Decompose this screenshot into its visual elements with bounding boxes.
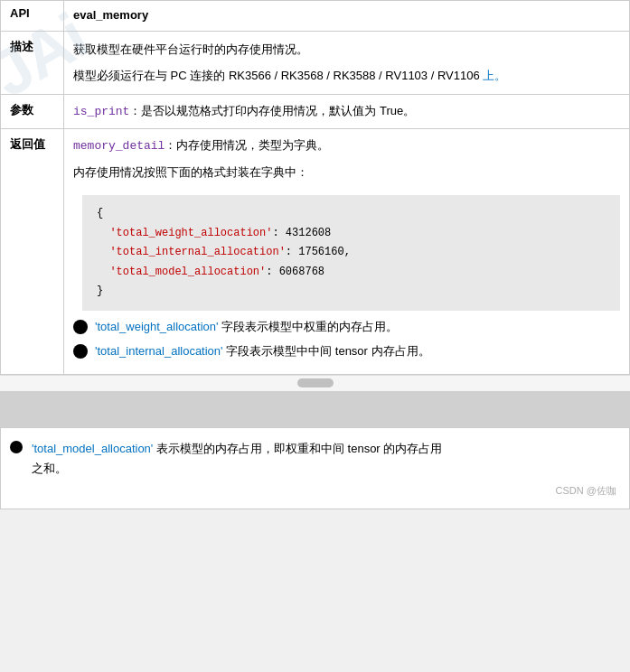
bottom-str: 'total_model_allocation' xyxy=(32,442,153,455)
desc-line2-text: 模型必须运行在与 PC 连接的 RK3566 / RK3568 / RK3588… xyxy=(73,69,483,82)
bullet-item-1: 'total_weight_allocation' 字段表示模型中权重的内存占用… xyxy=(73,318,620,337)
param-desc: 是否以规范格式打印内存使用情况，默认值为 True。 xyxy=(141,104,415,117)
return-desc: 内存使用情况，类型为字典。 xyxy=(176,138,329,152)
param-name: is_print xyxy=(73,105,129,118)
return-name: memory_detail xyxy=(73,139,165,153)
code-line-5: } xyxy=(97,282,606,302)
return-colon: ： xyxy=(165,138,176,152)
return-content: memory_detail：内存使用情况，类型为字典。 内存使用情况按照下面的格… xyxy=(64,129,630,374)
param-content: is_print：是否以规范格式打印内存使用情况，默认值为 True。 xyxy=(64,94,630,129)
code-block: { 'total_weight_allocation': 4312608 'to… xyxy=(82,195,620,311)
code-line-2: 'total_weight_allocation': 4312608 xyxy=(97,224,606,244)
bottom-bullet-dot xyxy=(10,441,23,453)
table-row-return: 返回值 memory_detail：内存使用情况，类型为字典。 内存使用情况按照… xyxy=(1,129,630,374)
csdn-footer: CSDN @佐咖 xyxy=(10,484,620,498)
desc-content: 获取模型在硬件平台运行时的内存使用情况。 模型必须运行在与 PC 连接的 RK3… xyxy=(64,31,630,94)
bullet-item-2: 'total_internal_allocation' 字段表示模型中中间 te… xyxy=(73,342,620,361)
bullet-text-1: 'total_weight_allocation' 字段表示模型中权重的内存占用… xyxy=(95,318,398,337)
bottom-bullet-text: 'total_model_allocation' 表示模型的内存占用，即权重和中… xyxy=(32,439,620,479)
bullet2-str: 'total_internal_allocation' xyxy=(95,344,223,358)
desc-label: 描述 xyxy=(1,31,64,94)
table-row-param: 参数 is_print：是否以规范格式打印内存使用情况，默认值为 True。 xyxy=(1,94,630,129)
bottom-desc2: 之和。 xyxy=(32,462,67,475)
api-label: API xyxy=(1,1,64,32)
bullet1-desc: 字段表示模型中权重的内存占用。 xyxy=(219,320,399,333)
bottom-desc1: 表示模型的内存占用，即权重和中间 tensor 的内存占用 xyxy=(153,442,442,455)
param-colon: ： xyxy=(129,104,141,117)
api-table: API eval_memory 描述 获取模型在硬件平台运行时的内存使用情况。 … xyxy=(0,0,630,375)
scroll-area[interactable] xyxy=(0,375,630,391)
bullet-dot-1 xyxy=(73,320,88,334)
param-label: 参数 xyxy=(1,94,64,129)
scroll-thumb[interactable] xyxy=(297,378,334,387)
bullet-dot-2 xyxy=(73,344,88,359)
bottom-bullet: 'total_model_allocation' 表示模型的内存占用，即权重和中… xyxy=(10,439,620,479)
bottom-section: 'total_model_allocation' 表示模型的内存占用，即权重和中… xyxy=(0,427,630,509)
desc-line2-link: 上。 xyxy=(483,69,506,82)
table-row-desc: 描述 获取模型在硬件平台运行时的内存使用情况。 模型必须运行在与 PC 连接的 … xyxy=(1,31,630,94)
bullet2-desc: 字段表示模型中中间 tensor 内存占用。 xyxy=(223,344,430,358)
bullet-text-2: 'total_internal_allocation' 字段表示模型中中间 te… xyxy=(95,342,430,361)
return-desc2: 内存使用情况按照下面的格式封装在字典中： xyxy=(73,163,620,182)
code-line-4: 'total_model_allocation': 6068768 xyxy=(97,263,606,283)
desc-line1: 获取模型在硬件平台运行时的内存使用情况。 xyxy=(73,39,620,60)
return-first-line: memory_detail：内存使用情况，类型为字典。 xyxy=(73,136,620,156)
return-label: 返回值 xyxy=(1,129,64,374)
desc-line2: 模型必须运行在与 PC 连接的 RK3566 / RK3568 / RK3588… xyxy=(73,65,620,86)
code-line-3: 'total_internal_allocation': 1756160, xyxy=(97,243,606,263)
bullet1-str: 'total_weight_allocation' xyxy=(95,320,219,333)
api-name: eval_memory xyxy=(73,8,148,22)
gap-area xyxy=(0,391,630,427)
code-line-1: { xyxy=(97,204,606,224)
api-value: eval_memory xyxy=(64,1,630,32)
table-row-api: API eval_memory xyxy=(1,1,630,32)
